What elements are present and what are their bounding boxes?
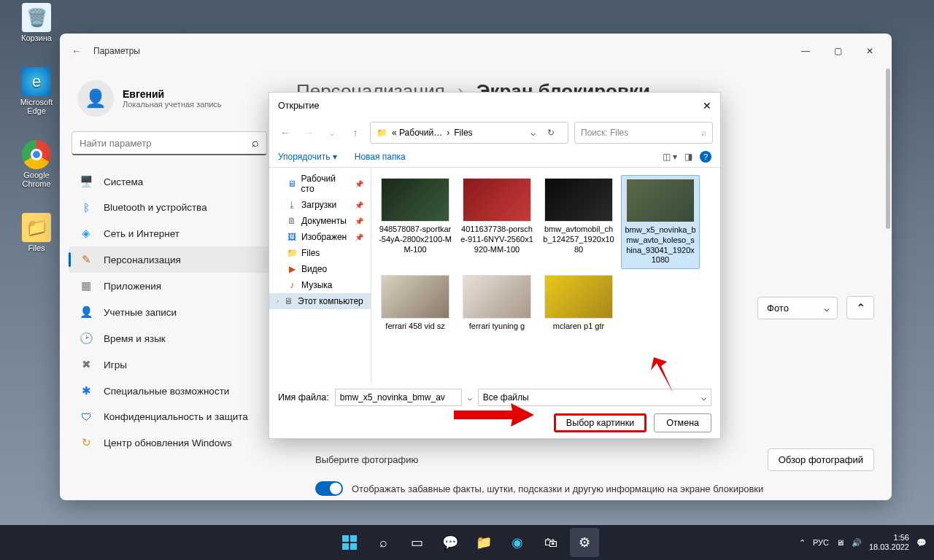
nav-label: Конфиденциальность и защита xyxy=(104,411,248,422)
desktop-icon-chrome[interactable]: Google Chrome xyxy=(15,140,58,188)
sidebar-item[interactable]: ✱Специальные возможности xyxy=(69,378,270,404)
open-button[interactable]: Выбор картинки xyxy=(554,413,647,432)
view-mode-button[interactable]: ◫ ▾ xyxy=(663,152,677,162)
file-thumbnail xyxy=(463,178,531,222)
file-item[interactable]: mclaren p1 gtr xyxy=(539,272,618,335)
nav-forward-button[interactable]: → xyxy=(300,122,317,143)
sidebar-item[interactable]: 🛡Конфиденциальность и защита xyxy=(69,404,270,429)
nav-recent-button[interactable]: ⌵ xyxy=(323,122,341,143)
file-item[interactable]: 948578087-sportkar-54yA-2800x2100-MM-100 xyxy=(376,175,455,269)
volume-icon[interactable]: 🔊 xyxy=(852,538,862,548)
tree-item[interactable]: ⭳Загрузки📌 xyxy=(269,197,371,213)
file-item[interactable]: bmw_avtomobil_chb_124257_1920x1080 xyxy=(539,175,618,269)
taskbar: ⌕ ▭ 💬 📁 ◉ 🛍 ⚙ ⌃ РУС 🖥 🔊 1:56 18.03.2022 … xyxy=(0,525,934,560)
search-input[interactable] xyxy=(80,138,252,149)
file-thumbnail xyxy=(626,179,695,222)
folder-icon: 📁 xyxy=(377,128,387,138)
tray-chevron-icon[interactable]: ⌃ xyxy=(799,538,806,548)
taskbar-settings-button[interactable]: ⚙ xyxy=(570,528,599,557)
file-filter-dropdown[interactable]: Все файлы xyxy=(478,389,711,406)
tree-item[interactable]: ♪Музыка xyxy=(269,277,371,293)
dialog-title: Открытие xyxy=(278,101,320,111)
photo-dropdown[interactable]: Фото xyxy=(757,297,838,319)
help-button[interactable]: ? xyxy=(700,151,711,163)
taskbar-explorer-button[interactable]: 📁 xyxy=(469,528,498,557)
folder-icon: 📁 xyxy=(287,248,297,258)
nav-up-button[interactable]: ↑ xyxy=(347,122,364,143)
filename-input[interactable] xyxy=(335,389,462,406)
file-thumbnail xyxy=(544,178,613,222)
tree-item[interactable]: 📁Files xyxy=(269,245,371,261)
minimize-button[interactable]: — xyxy=(790,40,822,62)
nav-icon: 🕑 xyxy=(79,332,93,345)
taskbar-store-button[interactable]: 🛍 xyxy=(536,528,566,557)
sidebar-item[interactable]: ᛒBluetooth и устройства xyxy=(69,195,270,220)
user-sub: Локальная учетная запись xyxy=(123,100,222,109)
file-list: 948578087-sportkar-54yA-2800x2100-MM-100… xyxy=(371,168,720,383)
browse-photos-button[interactable]: Обзор фотографий xyxy=(768,448,874,471)
svg-rect-0 xyxy=(342,535,349,542)
desktop-icon-files[interactable]: 📁Files xyxy=(15,213,58,252)
cancel-button[interactable]: Отмена xyxy=(654,413,711,432)
file-item[interactable]: ferrari tyuning g xyxy=(458,272,536,335)
folder-icon: ▶ xyxy=(287,264,297,274)
sidebar-item[interactable]: ◈Сеть и Интернет xyxy=(69,220,270,246)
clock[interactable]: 1:56 18.03.2022 xyxy=(869,533,909,552)
expand-button[interactable]: ⌃ xyxy=(846,296,874,319)
scrollbar[interactable] xyxy=(884,69,890,500)
task-view-button[interactable]: ▭ xyxy=(402,528,431,557)
dialog-search[interactable]: Поиск: Files ⌕ xyxy=(574,122,713,144)
taskbar-chat-button[interactable]: 💬 xyxy=(436,528,465,557)
start-button[interactable] xyxy=(335,528,364,557)
tree-item[interactable]: 🗎Документы📌 xyxy=(269,213,371,229)
folder-icon: 🖥 xyxy=(287,179,297,189)
show-facts-label: Отображать забавные факты, шутки, подска… xyxy=(352,483,763,494)
nav-label: Bluetooth и устройства xyxy=(104,202,207,213)
desktop-icon-recycle[interactable]: 🗑️Корзина xyxy=(15,3,58,42)
show-facts-toggle[interactable] xyxy=(315,481,343,496)
sidebar-item[interactable]: 🕑Время и язык xyxy=(69,325,270,351)
sidebar-item[interactable]: ↻Центр обновления Windows xyxy=(69,429,270,456)
path-dropdown-icon[interactable]: ⌵ xyxy=(530,128,536,138)
settings-sidebar: 👤 Евгений Локальная учетная запись ⌕ 🖥️С… xyxy=(60,69,279,500)
maximize-button[interactable]: ▢ xyxy=(822,40,854,62)
network-icon[interactable]: 🖥 xyxy=(836,538,844,547)
tree-item[interactable]: ▶Видео xyxy=(269,261,371,277)
sidebar-item[interactable]: 👤Учетные записи xyxy=(69,299,270,325)
refresh-button[interactable]: ↻ xyxy=(540,128,562,138)
file-name-label: ferrari 458 vid sz xyxy=(379,322,452,332)
sidebar-item[interactable]: ✖Игры xyxy=(69,351,270,378)
file-item[interactable]: ferrari 458 vid sz xyxy=(376,272,455,335)
taskbar-edge-button[interactable]: ◉ xyxy=(503,528,532,557)
nav-icon: 🖥️ xyxy=(79,175,93,188)
sidebar-item[interactable]: ✎Персонализация xyxy=(69,246,270,273)
language-indicator[interactable]: РУС xyxy=(813,538,829,547)
file-item[interactable]: 4011637738-porsche-911-6NYV-2560x1920-MM… xyxy=(458,175,536,269)
file-item[interactable]: bmw_x5_novinka_bmw_avto_koleso_shina_930… xyxy=(621,175,700,269)
tree-item[interactable]: 🖼Изображен📌 xyxy=(269,229,371,245)
file-thumbnail xyxy=(463,275,531,319)
sidebar-item[interactable]: 🖥️Система xyxy=(69,168,270,195)
window-title: Параметры xyxy=(93,46,140,56)
back-button[interactable]: ← xyxy=(66,45,88,57)
tree-item[interactable]: ›🖥Этот компьютер xyxy=(269,293,371,309)
nav-back-button[interactable]: ← xyxy=(277,122,294,143)
new-folder-button[interactable]: Новая папка xyxy=(355,152,406,162)
filename-label: Имя файла: xyxy=(278,392,329,402)
file-thumbnail xyxy=(381,275,449,319)
organize-menu[interactable]: Упорядочить ▾ xyxy=(278,152,337,162)
search-box[interactable]: ⌕ xyxy=(72,131,267,155)
preview-pane-button[interactable]: ◨ xyxy=(684,152,692,162)
taskbar-search-button[interactable]: ⌕ xyxy=(368,528,398,557)
close-button[interactable]: ✕ xyxy=(854,40,886,62)
tree-item[interactable]: 🖥Рабочий сто📌 xyxy=(269,171,371,197)
path-bar[interactable]: 📁 « Рабочий… › Files ⌵ ↻ xyxy=(370,122,568,144)
nav-icon: ᛒ xyxy=(79,201,93,214)
nav-icon: ✱ xyxy=(79,384,93,397)
dialog-close-button[interactable]: ✕ xyxy=(703,100,711,112)
desktop-icon-edge[interactable]: eMicrosoft Edge xyxy=(15,67,58,115)
notifications-button[interactable]: 💬 xyxy=(916,538,927,548)
folder-tree: 🖥Рабочий сто📌⭳Загрузки📌🗎Документы📌🖼Изобр… xyxy=(269,168,371,383)
user-block[interactable]: 👤 Евгений Локальная учетная запись xyxy=(69,74,270,131)
sidebar-item[interactable]: ▦Приложения xyxy=(69,273,270,299)
